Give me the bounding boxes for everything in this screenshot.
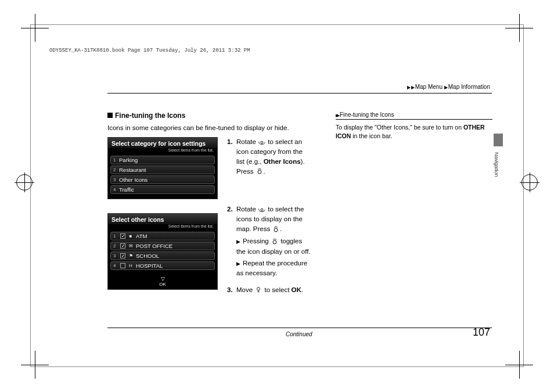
double-triangle-icon (336, 112, 338, 118)
poi-icon: ⚑ (128, 253, 134, 258)
divider (107, 328, 492, 328)
breadcrumb-item: Map Information (448, 84, 490, 90)
breadcrumb-item: Map Menu (415, 84, 443, 90)
step-3: 3. Move to select OK. (227, 285, 311, 295)
step-1: 1. Rotate to select an icon category fro… (227, 137, 311, 177)
press-select-icon (272, 225, 280, 235)
sidebar-title: Fine-tuning the Icons (340, 112, 394, 118)
list-item: 4HHOSPITAL (110, 261, 215, 270)
registration-mark-icon (521, 174, 538, 190)
svg-point-5 (257, 287, 260, 290)
checkbox-icon: ✓ (120, 253, 125, 258)
section-title: Fine-tuning the Icons (115, 112, 185, 120)
move-down-icon (254, 285, 262, 295)
crop-mark-icon (21, 351, 49, 379)
divider (107, 93, 492, 93)
thumb-tab (494, 134, 503, 146)
list-item: 4Traffic (110, 185, 215, 194)
page-number: 107 (473, 326, 490, 339)
list-item: 1✓■ATM (110, 232, 215, 240)
screenshot-select-category: Select category for icon settings Select… (107, 137, 218, 199)
breadcrumb: Map Menu Map Information (407, 84, 490, 90)
poi-icon: ✉ (128, 243, 134, 249)
checkbox-icon: ✓ (120, 243, 125, 249)
list-item: 1Parking (110, 156, 215, 164)
continued-label: Continued (286, 331, 312, 337)
screen-title: Select other icons (108, 214, 217, 224)
substep: Pressing toggles the icon display on or … (236, 236, 311, 256)
svg-point-1 (258, 170, 261, 174)
svg-point-3 (274, 228, 278, 232)
crop-mark-icon (505, 14, 533, 42)
sidebar-heading: Fine-tuning the Icons (336, 112, 492, 120)
triangle-icon (407, 84, 411, 90)
svg-point-2 (261, 208, 263, 211)
substep: Repeat the procedure as necessary. (236, 258, 311, 278)
screenshot-select-other-icons: Select other icons Select items from the… (107, 213, 218, 290)
section-heading: Fine-tuning the Icons (107, 112, 311, 120)
svg-point-0 (261, 141, 263, 143)
svg-point-4 (273, 240, 276, 244)
section-tab-label: Navigation (494, 152, 499, 177)
triangle-icon (236, 260, 243, 267)
triangle-icon (411, 84, 415, 90)
list-item: 2✓✉POST OFFICE (110, 242, 215, 250)
sidebar-body: To display the "Other Icons," be sure to… (336, 123, 492, 141)
square-bullet-icon (107, 113, 113, 118)
screen-subtitle: Select items from the list. (108, 148, 217, 153)
crop-mark-icon (21, 14, 49, 42)
crop-mark-icon (505, 351, 533, 379)
triangle-down-icon (108, 276, 217, 282)
poi-icon: ■ (128, 233, 134, 239)
rotate-dial-icon (258, 138, 266, 148)
press-select-icon (271, 237, 279, 247)
screen-subtitle: Select items from the list. (108, 224, 217, 229)
list-item: 3Other Icons (110, 175, 215, 184)
press-select-icon (256, 167, 264, 177)
checkbox-icon (120, 263, 125, 268)
print-header: ODYSSEY_KA-31TK8810.book Page 107 Tuesda… (49, 48, 250, 53)
poi-icon: H (128, 263, 134, 268)
registration-mark-icon (16, 174, 33, 190)
list-item: 2Restaurant (110, 166, 215, 174)
ok-indicator: OK (108, 275, 217, 289)
triangle-icon (236, 238, 243, 244)
list-item: 3✓⚑SCHOOL (110, 251, 215, 260)
rotate-dial-icon (258, 205, 266, 215)
screen-title: Select category for icon settings (108, 138, 217, 148)
checkbox-icon: ✓ (120, 233, 125, 239)
triangle-icon (444, 84, 448, 90)
intro-text: Icons in some categories can be fine-tun… (107, 124, 311, 131)
step-2: 2. Rotate to select the icons to display… (227, 204, 311, 278)
